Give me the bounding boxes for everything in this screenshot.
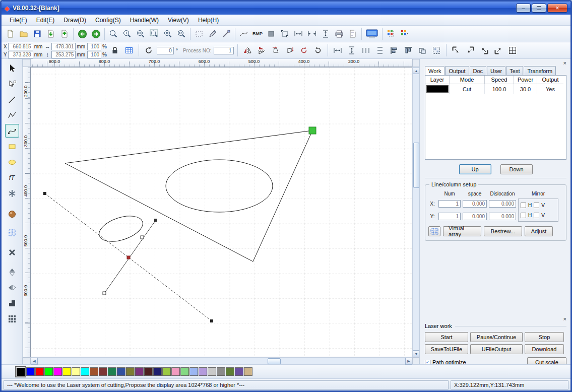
redo-button[interactable] [89, 27, 102, 40]
color-swatch[interactable] [244, 367, 252, 376]
x-num-field[interactable]: 1 [438, 200, 461, 208]
scale-w-field[interactable]: 100 [87, 43, 101, 50]
color-swatch[interactable] [62, 367, 71, 376]
space-equal-h-button[interactable] [360, 44, 372, 56]
download-button[interactable]: Download [525, 344, 564, 354]
print-preview-button[interactable] [346, 27, 359, 40]
curve-smooth-button[interactable] [237, 27, 250, 40]
start-button[interactable]: Start [425, 332, 468, 342]
text-tool-button[interactable]: fT [5, 171, 19, 184]
rotate-field[interactable]: 0 [157, 47, 174, 54]
zoom-all-button[interactable] [161, 27, 174, 40]
virtual-array-button[interactable]: Virtual array [443, 226, 481, 236]
mirror-vertical-button[interactable] [256, 44, 268, 56]
select-tool-button[interactable] [5, 61, 19, 75]
laser-panel-close-icon[interactable]: × [563, 316, 566, 322]
zoom-in-button[interactable] [120, 27, 134, 40]
vertical-scroll-thumb[interactable] [413, 143, 419, 188]
color-swatch[interactable] [16, 367, 26, 377]
snap-center-button[interactable] [506, 44, 519, 56]
print-button[interactable] [333, 27, 346, 40]
bestrew-button[interactable]: Bestrew... [484, 226, 522, 236]
mirror-x-v-checkbox[interactable] [534, 203, 539, 208]
color-swatch[interactable] [180, 367, 189, 376]
save-to-ufile-button[interactable]: SaveToUFile [425, 344, 468, 354]
dim-gap-button[interactable] [305, 27, 319, 40]
import-button[interactable] [44, 27, 57, 40]
color-swatch[interactable] [117, 367, 125, 376]
new-document-button[interactable] [4, 27, 17, 40]
color-swatch[interactable] [226, 367, 234, 376]
zoom-out-button[interactable] [107, 27, 120, 40]
layer-row[interactable]: Cut 100.0 30.0 Yes [425, 84, 566, 94]
color-swatch[interactable] [208, 367, 216, 376]
pause-continue-button[interactable]: Pause/Continue [470, 332, 523, 342]
delete-tool-button[interactable] [5, 245, 19, 259]
path-optimize-checkbox[interactable] [425, 360, 430, 365]
mirror-vertical-tool-button[interactable] [5, 265, 19, 279]
horizontal-scrollbar[interactable]: ◀ ▶ [31, 357, 412, 364]
color-swatch[interactable] [44, 367, 53, 376]
zoom-page-button[interactable] [148, 27, 161, 40]
cut-scale-button[interactable]: Cut scale [527, 357, 566, 364]
save-button[interactable] [31, 27, 44, 40]
color-swatch[interactable] [108, 367, 116, 376]
scroll-right-arrow[interactable]: ▶ [405, 358, 412, 365]
zoom-window-button[interactable] [134, 27, 147, 40]
menu-file[interactable]: File(F) [6, 16, 31, 25]
color-swatch[interactable] [26, 367, 35, 376]
snap-bottom-left-button[interactable] [492, 44, 504, 56]
mirror-y-h-checkbox[interactable] [521, 213, 526, 218]
rotate-ccw-button[interactable] [312, 44, 324, 56]
adjust-button[interactable]: Adjust [525, 226, 553, 236]
open-file-button[interactable] [17, 27, 30, 40]
color-swatch[interactable] [189, 367, 198, 376]
bmp-convert-button[interactable]: BMP [251, 27, 264, 40]
color-swatch[interactable] [235, 367, 243, 376]
snap-top-left-button[interactable] [450, 44, 462, 56]
color-pick-button[interactable] [206, 27, 219, 40]
array-output-button[interactable] [398, 27, 411, 40]
width-field[interactable]: 478.301 [51, 43, 76, 50]
menu-view[interactable]: View(V) [164, 16, 193, 25]
align-top-button[interactable] [402, 44, 414, 56]
group-button[interactable] [430, 44, 442, 56]
scale-h-field[interactable]: 100 [87, 51, 101, 58]
panel-close-icon[interactable]: × [563, 60, 566, 66]
scroll-left-arrow[interactable]: ◀ [31, 358, 38, 365]
minimize-button[interactable]: – [516, 4, 531, 13]
dim-width-button[interactable] [292, 27, 305, 40]
shear-horizontal-button[interactable] [270, 44, 282, 56]
rectangle-tool-button[interactable] [5, 140, 19, 153]
maximize-button[interactable] [532, 4, 546, 13]
grid-table-button[interactable] [123, 44, 135, 56]
menu-handle[interactable]: Handle(W) [126, 16, 163, 25]
color-swatch[interactable] [162, 367, 171, 376]
process-no-field[interactable]: 1 [214, 47, 234, 54]
star-tool-button[interactable] [5, 186, 19, 200]
x-dislocation-field[interactable]: 0.000 [489, 200, 516, 208]
space-equal-v-button[interactable] [374, 44, 386, 56]
lock-ratio-button[interactable] [109, 44, 121, 56]
node-tool-button[interactable] [278, 27, 291, 40]
tab-doc[interactable]: Doc [470, 66, 487, 75]
scroll-down-arrow[interactable]: ▼ [413, 350, 420, 357]
fill-color-button[interactable] [265, 27, 278, 40]
tab-test[interactable]: Test [506, 66, 523, 75]
array-preview-button[interactable] [428, 226, 440, 236]
snap-bottom-right-button[interactable] [478, 44, 490, 56]
rotate-cw-button[interactable] [298, 44, 310, 56]
export-button[interactable] [58, 27, 71, 40]
color-swatch[interactable] [99, 367, 107, 376]
tab-work[interactable]: Work [425, 66, 444, 75]
align-left-button[interactable] [388, 44, 400, 56]
same-width-button[interactable] [332, 44, 344, 56]
measure-pen-button[interactable] [220, 27, 233, 40]
color-swatch[interactable] [171, 367, 180, 376]
ellipse-tool-button[interactable] [5, 155, 19, 169]
preview-output-tool-button[interactable] [5, 296, 19, 310]
color-swatch[interactable] [217, 367, 225, 376]
bezier-tool-button[interactable] [5, 124, 19, 138]
y-dislocation-field[interactable]: 0.000 [489, 213, 516, 220]
color-swatch[interactable] [126, 367, 135, 376]
